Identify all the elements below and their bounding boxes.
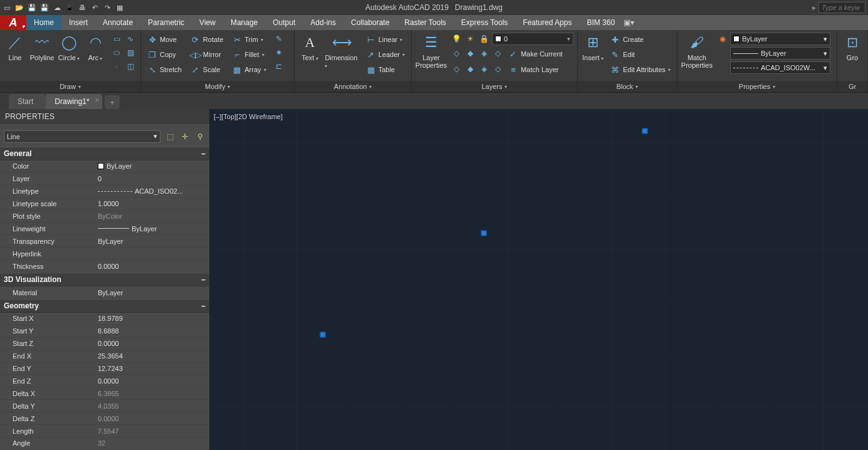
tab-output[interactable]: Output [265,15,303,30]
spline-icon[interactable]: ∿ [124,33,137,45]
edit-block-button[interactable]: ✎Edit [608,48,673,61]
make-current-button[interactable]: ✓Make Current [506,47,565,61]
layer-on-icon[interactable]: ◇ [492,47,505,60]
rectangle-icon[interactable]: ▭ [110,33,123,45]
panel-title-groups[interactable]: Gr [837,81,867,92]
tab-featured-apps[interactable]: Featured Apps [515,15,579,30]
prop-layer[interactable]: Layer0 [0,173,209,186]
trim-button[interactable]: ✂Trim [229,33,268,46]
arc-button[interactable]: ◠Arc [84,33,107,61]
grip-mid[interactable] [481,231,487,236]
mirror-button[interactable]: ◁▷Mirror [188,48,226,61]
lineweight-dropdown[interactable]: ByLayer▾ [730,47,830,60]
tab-insert[interactable]: Insert [61,15,95,30]
tab-annotate[interactable]: Annotate [95,15,140,30]
explode-icon[interactable]: ✷ [273,46,285,59]
prop-thickness[interactable]: Thickness0.0000 [0,260,209,273]
tab-manage[interactable]: Manage [223,15,265,30]
panel-title-modify[interactable]: Modify [141,81,294,92]
object-type-select[interactable]: Line▾ [4,130,160,143]
match-properties-button[interactable]: 🖌Match Properties [681,33,713,69]
qat-redo-icon[interactable]: ↷ [102,2,113,13]
layer-b-icon[interactable]: ◆ [464,63,477,75]
prop-transparency[interactable]: TransparencyByLayer [0,235,209,248]
layer-iso-icon[interactable]: ◆ [464,47,477,60]
dimension-button[interactable]: ⟷Dimension [325,33,359,69]
prop-end-y[interactable]: End Y12.7243 [0,363,209,375]
fillet-button[interactable]: ⌐Fillet [229,48,268,61]
panel-title-properties[interactable]: Properties [677,81,837,92]
copy-button[interactable]: ❐Copy [145,48,184,61]
panel-title-draw[interactable]: Draw [0,81,140,92]
circle-button[interactable]: ◯Circle [58,33,80,61]
qat-plot-icon[interactable]: 🖶 [76,2,88,13]
layer-properties-button[interactable]: ☰Layer Properties [416,33,447,69]
hatch-icon[interactable]: ▨ [124,46,137,59]
offset-icon[interactable]: ⊏ [273,60,285,73]
prop-lineweight[interactable]: LineweightByLayer [0,222,209,235]
prop-hyperlink[interactable]: Hyperlink [0,248,209,260]
prop-linetype[interactable]: LinetypeACAD_ISO02... [0,186,209,198]
filetab-start[interactable]: Start [9,94,46,109]
search-handle-icon[interactable]: ▸ [812,3,816,12]
prop-material[interactable]: MaterialByLayer [0,286,209,299]
filetab-drawing1[interactable]: Drawing1*✕ [46,94,102,109]
keyword-search-input[interactable] [818,2,865,13]
qat-more-icon[interactable]: ▦ [114,2,125,13]
rotate-button[interactable]: ⟳Rotate [188,33,226,46]
match-layer-button[interactable]: ≡Match Layer [506,63,562,76]
ellipse-icon[interactable]: ⬭ [110,46,123,59]
panel-title-layers[interactable]: Layers [412,81,577,92]
tab-bim360[interactable]: BIM 360 [579,15,622,30]
section-3d-visualization[interactable]: 3D Visualization– [0,273,209,286]
grip-start[interactable] [320,332,326,338]
layer-freeze-icon[interactable]: ☀ [464,33,477,45]
layer-d-icon[interactable]: ◇ [492,63,505,75]
prop-start-x[interactable]: Start X18.9789 [0,313,209,325]
color-dropdown[interactable]: ByLayer▾ [730,33,830,45]
create-block-button[interactable]: ✚Create [608,33,673,46]
layer-state-icon[interactable]: 💡 [451,33,463,45]
prop-ltscale[interactable]: Linetype scale1.0000 [0,198,209,211]
move-button[interactable]: ✥Move [145,33,184,46]
linear-button[interactable]: ⊢Linear [363,33,407,46]
qat-mobile-icon[interactable]: 📱 [64,2,75,13]
tab-collaborate[interactable]: Collaborate [343,15,397,30]
polyline-button[interactable]: 〰Polyline [30,33,54,61]
layer-off-icon[interactable]: ◇ [451,47,463,60]
scale-button[interactable]: ⤢Scale [188,63,226,76]
close-tab-icon[interactable]: ✕ [95,97,100,103]
toggle-pickadd-icon[interactable]: ⬚ [164,131,175,142]
tab-home[interactable]: Home [26,15,61,30]
line-button[interactable]: ／Line [4,33,26,61]
qat-open-icon[interactable]: 📂 [14,2,25,13]
layer-c-icon[interactable]: ◈ [478,63,491,75]
selected-line[interactable] [210,109,398,203]
text-button[interactable]: AText [298,33,321,61]
region-icon[interactable]: ◫ [124,60,137,73]
tab-overflow-icon[interactable]: ▣▾ [622,15,635,30]
quick-select-icon[interactable]: ⚲ [194,131,206,142]
qat-saveas-icon[interactable]: 💾 [39,2,50,13]
layer-thaw-icon[interactable]: ◈ [478,47,491,60]
group-button[interactable]: ⊡Gro [841,33,864,61]
tab-express-tools[interactable]: Express Tools [454,15,515,30]
panel-title-annotation[interactable]: Annotation [295,81,411,92]
prop-end-x[interactable]: End X25.3654 [0,350,209,363]
layer-lock-icon[interactable]: 🔒 [478,33,491,45]
insert-button[interactable]: ⊞Insert [582,33,604,61]
new-tab-button[interactable]: ＋ [105,95,120,109]
select-objects-icon[interactable]: ✛ [179,131,191,142]
linetype-dropdown[interactable]: ACAD_ISO02W...▾ [730,61,830,74]
erase-icon[interactable]: ✎ [273,33,285,45]
tab-addins[interactable]: Add-ins [303,15,343,30]
edit-attrs-button[interactable]: ⌘Edit Attributes [608,63,673,76]
tab-parametric[interactable]: Parametric [140,15,192,30]
tab-view[interactable]: View [192,15,223,30]
array-button[interactable]: ▦Array [229,63,268,76]
prop-end-z[interactable]: End Z0.0000 [0,375,209,387]
color-wheel-icon[interactable]: ◉ [716,33,729,45]
qat-new-icon[interactable]: ▭ [1,2,13,13]
prop-color[interactable]: ColorByLayer [0,160,209,173]
prop-start-z[interactable]: Start Z0.0000 [0,338,209,350]
